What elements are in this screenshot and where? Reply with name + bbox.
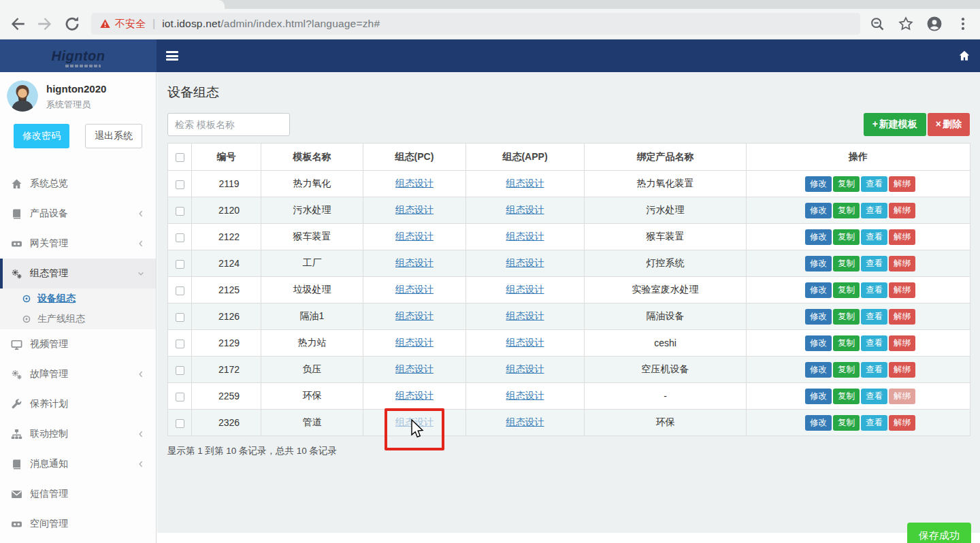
browser-active-tab[interactable] <box>0 0 225 9</box>
sidebar-item-product-device[interactable]: 产品设备 <box>0 199 156 229</box>
modify-button[interactable]: 修改 <box>805 203 832 218</box>
select-all-checkbox[interactable] <box>176 153 184 162</box>
pc-config-link[interactable]: 组态设计 <box>395 204 434 215</box>
unbind-button[interactable]: 解绑 <box>889 415 915 431</box>
row-checkbox[interactable] <box>176 207 184 216</box>
unbind-button[interactable]: 解绑 <box>889 282 915 298</box>
modify-button[interactable]: 修改 <box>805 335 832 351</box>
copy-button[interactable]: 复制 <box>833 282 860 298</box>
view-button[interactable]: 查看 <box>861 203 887 218</box>
reload-icon[interactable] <box>64 16 80 32</box>
view-button[interactable]: 查看 <box>861 256 887 272</box>
modify-button[interactable]: 修改 <box>805 282 832 298</box>
view-button[interactable]: 查看 <box>861 335 887 351</box>
row-checkbox[interactable] <box>176 366 184 375</box>
sidebar-item-production-line-config[interactable]: 生产线组态 <box>0 309 156 329</box>
app-config-link[interactable]: 组态设计 <box>506 310 544 321</box>
view-button[interactable]: 查看 <box>861 362 887 378</box>
pc-config-link[interactable]: 组态设计 <box>395 257 434 268</box>
row-checkbox[interactable] <box>176 393 184 401</box>
copy-button[interactable]: 复制 <box>833 203 860 218</box>
unbind-button[interactable]: 解绑 <box>889 335 915 351</box>
forward-icon[interactable] <box>37 16 53 32</box>
app-config-link[interactable]: 组态设计 <box>506 337 544 348</box>
modify-button[interactable]: 修改 <box>805 389 832 404</box>
copy-button[interactable]: 复制 <box>833 256 860 272</box>
sidebar-item-video-management[interactable]: 视频管理 <box>0 329 156 359</box>
search-input[interactable] <box>167 113 290 136</box>
url-text[interactable]: iot.idosp.net/admin/index.html?language=… <box>162 18 380 30</box>
sidebar-item-linkage-control[interactable]: 联动控制 <box>0 419 156 449</box>
bookmark-star-icon[interactable] <box>898 16 913 31</box>
app-config-link[interactable]: 组态设计 <box>506 284 544 295</box>
copy-button[interactable]: 复制 <box>833 335 860 351</box>
sidebar-item-sms-management[interactable]: 短信管理 <box>0 479 156 509</box>
unbind-button[interactable]: 解绑 <box>889 229 915 245</box>
address-bar[interactable]: 不安全 | iot.idosp.net/admin/index.html?lan… <box>91 13 860 35</box>
browser-profile-icon[interactable] <box>927 16 942 31</box>
app-config-link[interactable]: 组态设计 <box>506 416 544 427</box>
modify-button[interactable]: 修改 <box>805 229 832 245</box>
back-icon[interactable] <box>10 16 26 32</box>
unbind-button[interactable]: 解绑 <box>889 176 915 192</box>
browser-menu-icon[interactable] <box>956 16 970 31</box>
new-template-button[interactable]: +新建模板 <box>864 113 926 136</box>
view-button[interactable]: 查看 <box>861 415 887 431</box>
row-checkbox[interactable] <box>176 180 184 189</box>
view-button[interactable]: 查看 <box>861 176 887 192</box>
pc-config-link[interactable]: 组态设计 <box>395 337 434 348</box>
modify-button[interactable]: 修改 <box>805 309 832 325</box>
pc-config-link[interactable]: 组态设计 <box>395 178 434 188</box>
view-button[interactable]: 查看 <box>861 389 887 404</box>
app-config-link[interactable]: 组态设计 <box>506 178 544 188</box>
not-secure-label[interactable]: 不安全 <box>115 18 146 31</box>
copy-button[interactable]: 复制 <box>833 309 860 325</box>
modify-button[interactable]: 修改 <box>805 176 832 192</box>
app-config-link[interactable]: 组态设计 <box>506 363 544 374</box>
view-button[interactable]: 查看 <box>861 229 887 245</box>
copy-button[interactable]: 复制 <box>833 229 860 245</box>
unbind-button[interactable]: 解绑 <box>889 203 915 218</box>
app-config-link[interactable]: 组态设计 <box>506 204 544 215</box>
sidebar-item-maintenance-plan[interactable]: 保养计划 <box>0 389 156 419</box>
row-checkbox[interactable] <box>176 260 184 269</box>
copy-button[interactable]: 复制 <box>833 176 860 192</box>
row-checkbox[interactable] <box>176 233 184 242</box>
app-config-link[interactable]: 组态设计 <box>506 257 544 268</box>
pc-config-link[interactable]: 组态设计 <box>395 416 434 427</box>
sidebar-toggle-icon[interactable] <box>166 51 178 61</box>
row-checkbox[interactable] <box>176 286 184 295</box>
row-checkbox[interactable] <box>176 340 184 348</box>
unbind-button[interactable]: 解绑 <box>889 362 915 378</box>
pc-config-link[interactable]: 组态设计 <box>395 284 434 295</box>
copy-button[interactable]: 复制 <box>833 415 860 431</box>
row-checkbox[interactable] <box>176 313 184 322</box>
pc-config-link[interactable]: 组态设计 <box>395 310 434 321</box>
logout-button[interactable]: 退出系统 <box>85 124 142 148</box>
copy-button[interactable]: 复制 <box>833 362 860 378</box>
app-logo[interactable]: Hignton <box>0 39 157 72</box>
change-password-button[interactable]: 修改密码 <box>14 124 69 148</box>
view-button[interactable]: 查看 <box>861 282 887 298</box>
pc-config-link[interactable]: 组态设计 <box>395 231 434 242</box>
modify-button[interactable]: 修改 <box>805 362 832 378</box>
sidebar-item-device-config[interactable]: 设备组态 <box>0 289 156 309</box>
copy-button[interactable]: 复制 <box>833 389 860 404</box>
row-checkbox[interactable] <box>176 419 184 428</box>
zoom-out-icon[interactable] <box>870 16 885 31</box>
pc-config-link[interactable]: 组态设计 <box>395 390 434 401</box>
sidebar-item-fault-management[interactable]: 故障管理 <box>0 359 156 389</box>
sidebar-item-config-management[interactable]: 组态管理 <box>0 259 156 289</box>
pc-config-link[interactable]: 组态设计 <box>395 363 434 374</box>
sidebar-item-system-overview[interactable]: 系统总览 <box>0 169 156 199</box>
unbind-button[interactable]: 解绑 <box>889 309 915 325</box>
home-icon[interactable] <box>958 50 970 62</box>
sidebar-item-message-notification[interactable]: 消息通知 <box>0 449 156 479</box>
modify-button[interactable]: 修改 <box>805 256 832 272</box>
sidebar-item-gateway-management[interactable]: 网关管理 <box>0 229 156 259</box>
view-button[interactable]: 查看 <box>861 309 887 325</box>
delete-button[interactable]: ×删除 <box>928 113 970 136</box>
sidebar-item-space-management[interactable]: 空间管理 <box>0 509 156 539</box>
modify-button[interactable]: 修改 <box>805 415 832 431</box>
unbind-button[interactable]: 解绑 <box>889 256 915 272</box>
